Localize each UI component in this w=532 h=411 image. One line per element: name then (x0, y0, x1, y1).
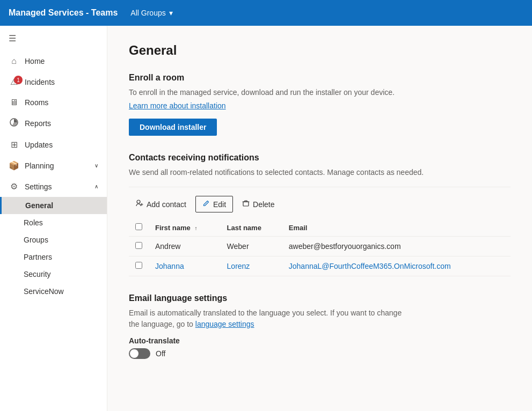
add-contact-button[interactable]: Add contact (129, 196, 193, 212)
sidebar-subitem-servicenow[interactable]: ServiceNow (0, 283, 107, 300)
sidebar-label-rooms: Rooms (25, 98, 48, 107)
table-header-checkbox (129, 219, 149, 237)
subitem-partners-label: Partners (24, 253, 52, 261)
row-checkbox-cell (129, 237, 149, 256)
sidebar-label-settings: Settings (25, 182, 52, 191)
settings-icon: ⚙ (9, 181, 19, 192)
delete-icon (242, 200, 250, 209)
settings-chevron: ∧ (94, 184, 98, 189)
contacts-title: Contacts receiving notifications (129, 153, 511, 163)
row-firstname: Johanna (149, 256, 221, 276)
row-checkbox[interactable] (135, 242, 142, 249)
sidebar-label-planning: Planning (25, 162, 54, 170)
planning-icon: 📦 (9, 160, 19, 171)
sidebar-item-reports[interactable]: Reports (0, 113, 107, 134)
auto-translate-row: Auto-translate Off (129, 336, 511, 359)
planning-chevron: ∨ (94, 163, 98, 168)
sidebar-label-updates: Updates (25, 141, 53, 149)
svg-rect-2 (243, 202, 249, 206)
rooms-icon: 🖥 (9, 98, 19, 107)
subitem-general-label: General (25, 201, 53, 210)
download-installer-button[interactable]: Download installer (129, 119, 217, 136)
add-contact-icon (136, 200, 143, 209)
email-lang-title: Email language settings (129, 293, 511, 303)
reports-icon (9, 118, 19, 129)
main-content: General Enroll a room To enroll in the m… (107, 26, 532, 411)
contacts-divider (129, 187, 511, 187)
updates-icon: ⊞ (9, 140, 19, 150)
groups-chevron: ▾ (169, 9, 173, 17)
learn-more-link[interactable]: Learn more about installation (129, 101, 226, 110)
table-row[interactable]: Andrew Weber aweber@bestforyouorganics.c… (129, 237, 511, 256)
row-checkbox[interactable] (135, 262, 142, 269)
contacts-description: We send all room-related notifications t… (129, 167, 511, 178)
subitem-roles-label: Roles (24, 218, 43, 227)
row-lastname: Lorenz (221, 256, 282, 276)
edit-contact-button[interactable]: Edit (195, 196, 233, 212)
email-lang-desc: Email is automatically translated to the… (129, 307, 511, 330)
enroll-title: Enroll a room (129, 73, 511, 83)
groups-selector[interactable]: All Groups ▾ (130, 9, 172, 17)
sort-arrow-icon: ↑ (194, 225, 197, 231)
groups-label: All Groups (130, 9, 165, 17)
edit-icon (202, 200, 210, 209)
page-title: General (129, 43, 511, 58)
sidebar-label-home: Home (25, 57, 45, 65)
sidebar-subitem-partners[interactable]: Partners (0, 248, 107, 266)
row-email: aweber@bestforyouorganics.com (282, 237, 511, 256)
row-email: JohannaL@FourthCoffeeM365.OnMicrosoft.co… (282, 256, 511, 276)
sidebar-item-planning[interactable]: 📦 Planning ∨ (0, 155, 107, 176)
contacts-table: First name ↑ Last name Email Andrew Webe… (129, 219, 511, 276)
table-header-email: Email (282, 219, 511, 237)
row-checkbox-cell (129, 256, 149, 276)
email-lang-desc1: Email is automatically translated to the… (129, 309, 402, 317)
app-title: Managed Services - Teams (9, 8, 118, 18)
layout: ☰ ⌂ Home ⚠ Incidents 1 🖥 Rooms (0, 26, 532, 411)
sidebar-item-incidents[interactable]: ⚠ Incidents 1 (0, 71, 107, 92)
sidebar-item-rooms[interactable]: 🖥 Rooms (0, 92, 107, 113)
auto-translate-label: Auto-translate (129, 336, 511, 345)
auto-translate-toggle[interactable] (129, 348, 150, 359)
language-settings-link[interactable]: language settings (195, 320, 254, 328)
email-language-section: Email language settings Email is automat… (129, 293, 511, 359)
email-lang-desc2: the language, go to (129, 320, 193, 328)
enroll-description: To enroll in the managed service, downlo… (129, 87, 511, 98)
top-header: Managed Services - Teams All Groups ▾ (0, 0, 532, 26)
row-lastname: Weber (221, 237, 282, 256)
row-firstname: Andrew (149, 237, 221, 256)
table-row[interactable]: Johanna Lorenz JohannaL@FourthCoffeeM365… (129, 256, 511, 276)
sidebar-label-reports: Reports (25, 119, 51, 128)
delete-contact-button[interactable]: Delete (235, 196, 281, 212)
table-header-firstname: First name ↑ (149, 219, 221, 237)
subitem-servicenow-label: ServiceNow (24, 287, 64, 296)
select-all-checkbox[interactable] (135, 223, 142, 230)
table-header-lastname: Last name (221, 219, 282, 237)
edit-label: Edit (213, 200, 226, 209)
svg-point-1 (137, 200, 140, 203)
toggle-state-label: Off (156, 349, 165, 358)
toggle-row: Off (129, 348, 511, 359)
sidebar-subitem-roles[interactable]: Roles (0, 214, 107, 231)
sidebar-item-updates[interactable]: ⊞ Updates (0, 134, 107, 155)
sidebar-label-incidents: Incidents (25, 78, 55, 86)
sidebar-item-home[interactable]: ⌂ Home (0, 51, 107, 71)
home-icon: ⌂ (9, 56, 19, 66)
sidebar-item-settings[interactable]: ⚙ Settings ∧ (0, 176, 107, 197)
subitem-groups-label: Groups (24, 236, 48, 244)
sidebar: ☰ ⌂ Home ⚠ Incidents 1 🖥 Rooms (0, 26, 107, 411)
enroll-section: Enroll a room To enroll in the managed s… (129, 73, 511, 136)
sidebar-subitem-security[interactable]: Security (0, 266, 107, 283)
contacts-section: Contacts receiving notifications We send… (129, 153, 511, 276)
delete-label: Delete (253, 200, 274, 209)
incidents-badge: 1 (14, 76, 23, 84)
sidebar-subitem-general[interactable]: General (0, 197, 107, 214)
contacts-toolbar: Add contact Edit (129, 196, 511, 212)
add-contact-label: Add contact (147, 200, 186, 209)
subitem-security-label: Security (24, 270, 51, 278)
hamburger-button[interactable]: ☰ (0, 26, 107, 51)
sidebar-subitem-groups[interactable]: Groups (0, 231, 107, 248)
